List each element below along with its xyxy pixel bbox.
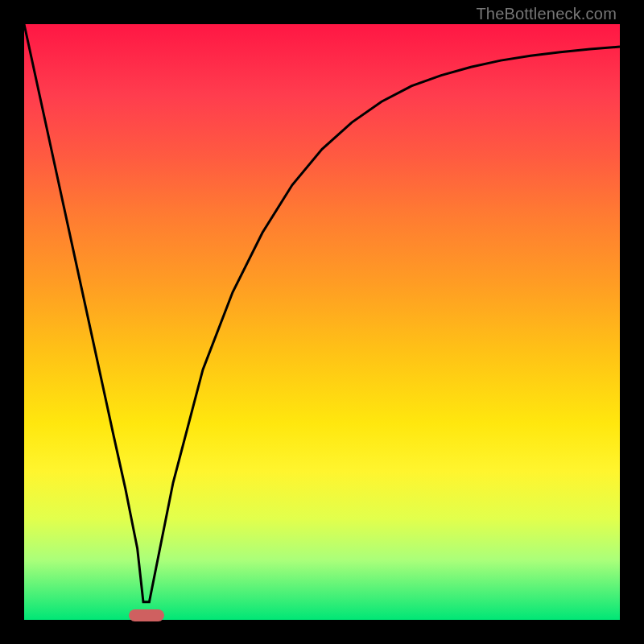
bottleneck-curve [24, 24, 620, 620]
chart-frame: TheBottleneck.com [0, 0, 644, 644]
curve-path [24, 24, 620, 602]
plot-area [24, 24, 620, 620]
optimal-marker [129, 609, 164, 621]
watermark-text: TheBottleneck.com [476, 5, 617, 23]
